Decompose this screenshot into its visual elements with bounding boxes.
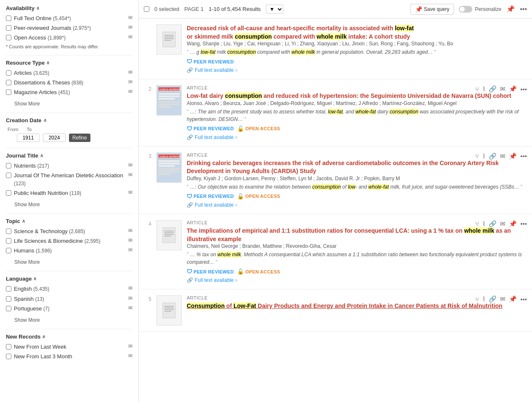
result-snippet-4: " … % tax on whole milk. Methods A conse…: [187, 251, 527, 266]
articles-checkbox[interactable]: [6, 70, 11, 76]
articles-exclude-icon[interactable]: ✉: [128, 69, 132, 75]
science-technology-exclude-icon[interactable]: ✉: [128, 228, 132, 234]
results-per-page-dropdown[interactable]: ▼: [266, 5, 283, 14]
open-access-checkbox[interactable]: [6, 35, 11, 40]
cite-alt-icon-5[interactable]: ⌇: [482, 295, 485, 303]
english-exclude-icon[interactable]: ✉: [128, 285, 132, 291]
creation-date-caret-icon[interactable]: ∧: [43, 118, 47, 123]
result-authors-3: Duffey, Kiyah J ; Gordon-Larsen, Penny ;…: [187, 176, 527, 181]
nutrients-checkbox[interactable]: [6, 163, 11, 168]
open-access-exclude-icon[interactable]: ✉: [128, 34, 132, 40]
more-icon-3[interactable]: •••: [520, 152, 527, 160]
result-title-5[interactable]: Consumption of Low-Fat Dairy Products an…: [187, 302, 503, 309]
result-title-4[interactable]: The implications of empirical and 1:1 su…: [187, 227, 511, 242]
open-access-badge-4: 🔓 OPEN ACCESS: [237, 268, 280, 275]
topic-show-more[interactable]: Show More: [14, 259, 40, 265]
full-text-link-1[interactable]: 🔗 Full text available ›: [187, 67, 527, 73]
new-last-3-month-checkbox[interactable]: [6, 354, 11, 359]
svg-rect-9: [159, 93, 180, 95]
topic-caret-icon[interactable]: ∧: [22, 218, 25, 224]
dissertations-checkbox[interactable]: [6, 80, 11, 85]
new-last-week-exclude-icon[interactable]: ✉: [128, 343, 132, 349]
save-icon-2[interactable]: 📌: [509, 85, 517, 93]
result-title-2[interactable]: Low-fat dairy consumption and reduced ri…: [187, 92, 511, 99]
filter-new-last-3-month: New From Last 3 Month ✉: [6, 353, 132, 360]
cite-icon-2[interactable]: ⑂: [475, 86, 479, 93]
link-copy-icon-4[interactable]: 🔗: [489, 220, 497, 228]
result-title-1[interactable]: Decreased risk of all-cause and heart-sp…: [187, 25, 414, 40]
magazine-articles-exclude-icon[interactable]: ✉: [128, 89, 132, 95]
result-actions-5: ⑂ ⌇ 🔗 ✉ 📌 •••: [475, 295, 527, 303]
full-text-link-4[interactable]: 🔗 Full text available ›: [187, 277, 527, 283]
journal-title-caret-icon[interactable]: ∧: [40, 153, 43, 158]
date-from-input[interactable]: [17, 134, 40, 142]
personalize-switch[interactable]: [459, 6, 472, 13]
full-text-online-checkbox[interactable]: [6, 16, 11, 21]
save-icon-4[interactable]: 📌: [509, 220, 517, 228]
resource-type-show-more[interactable]: Show More: [14, 101, 40, 107]
date-refine-button[interactable]: Refine: [69, 134, 90, 142]
humans-exclude-icon[interactable]: ✉: [128, 247, 132, 253]
email-icon-2[interactable]: ✉: [500, 85, 506, 93]
result-thumbnail-2: CLINICAL NUTRITION: [156, 85, 182, 116]
save-icon-3[interactable]: 📌: [509, 152, 517, 160]
email-icon-5[interactable]: ✉: [500, 295, 506, 303]
select-all-checkbox[interactable]: [144, 6, 149, 12]
humans-checkbox[interactable]: [6, 248, 11, 253]
new-records-caret-icon[interactable]: ∧: [42, 334, 45, 339]
language-caret-icon[interactable]: ∧: [33, 276, 37, 281]
portuguese-checkbox[interactable]: [6, 306, 11, 311]
personalize-toggle[interactable]: Personalize: [459, 6, 501, 13]
save-icon-5[interactable]: 📌: [509, 295, 517, 303]
full-text-link-3[interactable]: 🔗 Full text available ›: [187, 202, 527, 208]
journal-title-show-more[interactable]: Show More: [14, 202, 40, 208]
svg-rect-24: [159, 173, 171, 175]
new-last-3-month-exclude-icon[interactable]: ✉: [128, 353, 132, 359]
cite-icon-4[interactable]: ⑂: [475, 220, 479, 227]
result-title-3[interactable]: Drinking caloric beverages increases the…: [187, 160, 499, 175]
more-options-icon[interactable]: •••: [520, 5, 527, 13]
bookmark-icon[interactable]: 📌: [506, 5, 515, 13]
more-icon-2[interactable]: •••: [520, 86, 527, 93]
science-technology-checkbox[interactable]: [6, 229, 11, 234]
cite-icon-3[interactable]: ⑂: [475, 152, 479, 160]
dissertations-exclude-icon[interactable]: ✉: [128, 79, 132, 85]
journal-american-checkbox[interactable]: [6, 173, 11, 178]
result-number-4: 4: [144, 220, 151, 283]
link-copy-icon-2[interactable]: 🔗: [489, 85, 497, 93]
nutrients-exclude-icon[interactable]: ✉: [128, 162, 132, 168]
link-icon-2: 🔗: [187, 134, 193, 140]
filter-journal-american: Journal Of The American Dietetic Associa…: [6, 172, 132, 187]
cite-alt-icon-3[interactable]: ⌇: [482, 152, 485, 160]
link-copy-icon-3[interactable]: 🔗: [489, 152, 497, 160]
link-copy-icon-5[interactable]: 🔗: [489, 295, 497, 303]
full-text-online-exclude-icon[interactable]: ✉: [128, 15, 132, 21]
spanish-checkbox[interactable]: [6, 296, 11, 302]
english-checkbox[interactable]: [6, 286, 11, 292]
email-icon-3[interactable]: ✉: [500, 152, 506, 160]
peer-reviewed-journals-checkbox[interactable]: [6, 25, 11, 31]
public-health-nutrition-exclude-icon[interactable]: ✉: [128, 189, 132, 195]
full-text-link-2[interactable]: 🔗 Full text available ›: [187, 134, 527, 140]
peer-reviewed-journals-exclude-icon[interactable]: ✉: [128, 24, 132, 30]
more-icon-5[interactable]: •••: [520, 296, 527, 303]
cite-icon-5[interactable]: ⑂: [475, 296, 479, 303]
resource-type-caret-icon[interactable]: ∧: [46, 60, 50, 66]
availability-caret-icon[interactable]: ∧: [36, 5, 40, 11]
date-to-input[interactable]: [43, 134, 66, 142]
portuguese-exclude-icon[interactable]: ✉: [128, 305, 132, 311]
life-sciences-checkbox[interactable]: [6, 238, 11, 244]
spanish-exclude-icon[interactable]: ✉: [128, 295, 132, 301]
journal-american-exclude-icon[interactable]: ✉: [128, 172, 132, 178]
life-sciences-exclude-icon[interactable]: ✉: [128, 237, 132, 243]
cite-alt-icon-4[interactable]: ⌇: [482, 220, 485, 228]
cite-alt-icon-2[interactable]: ⌇: [482, 85, 485, 93]
public-health-nutrition-checkbox[interactable]: [6, 190, 11, 196]
language-show-more[interactable]: Show More: [14, 317, 40, 323]
date-from-label: From: [8, 127, 19, 132]
save-query-button[interactable]: 📌 Save query: [410, 4, 454, 15]
magazine-articles-checkbox[interactable]: [6, 89, 11, 95]
new-last-week-checkbox[interactable]: [6, 344, 11, 349]
more-icon-4[interactable]: •••: [520, 220, 527, 227]
email-icon-4[interactable]: ✉: [500, 220, 506, 228]
